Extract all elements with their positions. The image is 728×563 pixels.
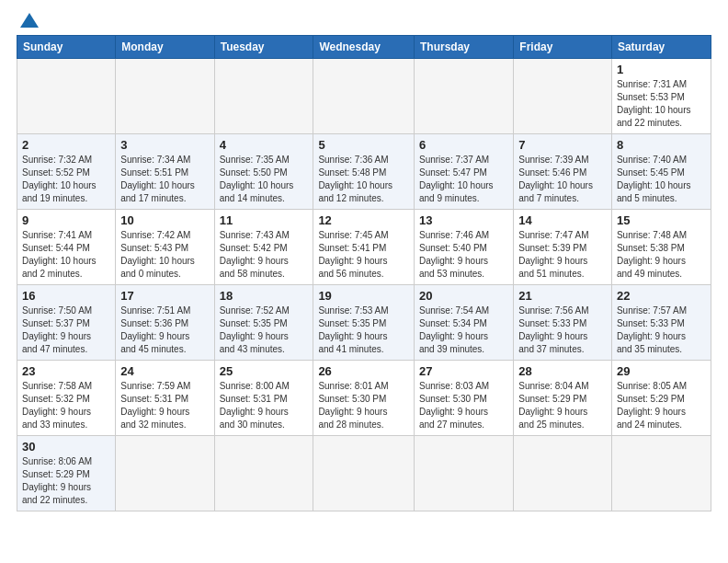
day-info: Sunrise: 8:01 AM Sunset: 5:30 PM Dayligh… bbox=[318, 380, 409, 431]
day-number: 22 bbox=[617, 289, 706, 303]
calendar-cell: 17Sunrise: 7:51 AM Sunset: 5:36 PM Dayli… bbox=[116, 285, 214, 361]
day-info: Sunrise: 7:54 AM Sunset: 5:34 PM Dayligh… bbox=[419, 304, 508, 356]
day-number: 29 bbox=[617, 364, 706, 378]
day-info: Sunrise: 8:06 AM Sunset: 5:29 PM Dayligh… bbox=[22, 455, 110, 507]
calendar-cell bbox=[611, 436, 711, 511]
calendar: SundayMondayTuesdayWednesdayThursdayFrid… bbox=[17, 35, 711, 511]
day-number: 14 bbox=[518, 213, 607, 227]
day-number: 3 bbox=[120, 138, 209, 152]
day-number: 25 bbox=[220, 364, 309, 378]
day-number: 26 bbox=[318, 364, 409, 378]
weekday-header: Monday bbox=[116, 36, 214, 59]
calendar-cell bbox=[514, 436, 612, 511]
calendar-cell: 18Sunrise: 7:52 AM Sunset: 5:35 PM Dayli… bbox=[214, 285, 313, 361]
calendar-cell: 10Sunrise: 7:42 AM Sunset: 5:43 PM Dayli… bbox=[116, 210, 214, 285]
calendar-week-row: 23Sunrise: 7:58 AM Sunset: 5:32 PM Dayli… bbox=[17, 361, 711, 436]
day-info: Sunrise: 7:59 AM Sunset: 5:31 PM Dayligh… bbox=[120, 380, 209, 431]
day-number: 16 bbox=[22, 289, 110, 303]
calendar-cell: 30Sunrise: 8:06 AM Sunset: 5:29 PM Dayli… bbox=[17, 436, 116, 511]
day-info: Sunrise: 7:58 AM Sunset: 5:32 PM Dayligh… bbox=[22, 380, 110, 431]
day-number: 5 bbox=[318, 138, 409, 152]
calendar-week-row: 1Sunrise: 7:31 AM Sunset: 5:53 PM Daylig… bbox=[17, 59, 711, 134]
calendar-cell: 7Sunrise: 7:39 AM Sunset: 5:46 PM Daylig… bbox=[514, 134, 612, 210]
calendar-cell: 25Sunrise: 8:00 AM Sunset: 5:31 PM Dayli… bbox=[214, 361, 313, 436]
calendar-cell bbox=[17, 59, 116, 134]
calendar-cell: 2Sunrise: 7:32 AM Sunset: 5:52 PM Daylig… bbox=[17, 134, 116, 210]
day-info: Sunrise: 7:41 AM Sunset: 5:44 PM Dayligh… bbox=[22, 229, 110, 281]
day-info: Sunrise: 8:03 AM Sunset: 5:30 PM Dayligh… bbox=[419, 380, 508, 431]
day-info: Sunrise: 7:37 AM Sunset: 5:47 PM Dayligh… bbox=[419, 154, 508, 205]
day-info: Sunrise: 7:57 AM Sunset: 5:33 PM Dayligh… bbox=[617, 304, 706, 356]
day-info: Sunrise: 7:43 AM Sunset: 5:42 PM Dayligh… bbox=[220, 229, 309, 281]
calendar-cell bbox=[116, 436, 214, 511]
logo-text bbox=[17, 17, 39, 28]
weekday-header: Sunday bbox=[17, 36, 116, 59]
day-info: Sunrise: 8:04 AM Sunset: 5:29 PM Dayligh… bbox=[518, 380, 607, 431]
day-number: 21 bbox=[518, 289, 607, 303]
day-info: Sunrise: 7:45 AM Sunset: 5:41 PM Dayligh… bbox=[318, 229, 409, 281]
calendar-cell: 6Sunrise: 7:37 AM Sunset: 5:47 PM Daylig… bbox=[414, 134, 513, 210]
calendar-cell: 15Sunrise: 7:48 AM Sunset: 5:38 PM Dayli… bbox=[611, 210, 711, 285]
logo bbox=[17, 17, 39, 28]
day-number: 2 bbox=[22, 138, 110, 152]
day-info: Sunrise: 7:32 AM Sunset: 5:52 PM Dayligh… bbox=[22, 154, 110, 205]
day-number: 20 bbox=[419, 289, 508, 303]
day-number: 24 bbox=[120, 364, 209, 378]
calendar-cell: 28Sunrise: 8:04 AM Sunset: 5:29 PM Dayli… bbox=[514, 361, 612, 436]
day-info: Sunrise: 7:53 AM Sunset: 5:35 PM Dayligh… bbox=[318, 304, 409, 356]
calendar-cell: 21Sunrise: 7:56 AM Sunset: 5:33 PM Dayli… bbox=[514, 285, 612, 361]
day-number: 12 bbox=[318, 213, 409, 227]
calendar-cell: 26Sunrise: 8:01 AM Sunset: 5:30 PM Dayli… bbox=[313, 361, 415, 436]
day-info: Sunrise: 7:51 AM Sunset: 5:36 PM Dayligh… bbox=[120, 304, 209, 356]
day-number: 4 bbox=[220, 138, 309, 152]
calendar-cell: 8Sunrise: 7:40 AM Sunset: 5:45 PM Daylig… bbox=[611, 134, 711, 210]
day-number: 7 bbox=[518, 138, 607, 152]
day-number: 9 bbox=[22, 213, 110, 227]
day-info: Sunrise: 7:52 AM Sunset: 5:35 PM Dayligh… bbox=[220, 304, 309, 356]
calendar-cell: 5Sunrise: 7:36 AM Sunset: 5:48 PM Daylig… bbox=[313, 134, 415, 210]
day-info: Sunrise: 7:34 AM Sunset: 5:51 PM Dayligh… bbox=[120, 154, 209, 205]
day-number: 30 bbox=[22, 440, 110, 454]
day-number: 6 bbox=[419, 138, 508, 152]
calendar-cell bbox=[414, 59, 513, 134]
day-info: Sunrise: 7:42 AM Sunset: 5:43 PM Dayligh… bbox=[120, 229, 209, 281]
calendar-cell: 4Sunrise: 7:35 AM Sunset: 5:50 PM Daylig… bbox=[214, 134, 313, 210]
calendar-week-row: 2Sunrise: 7:32 AM Sunset: 5:52 PM Daylig… bbox=[17, 134, 711, 210]
calendar-cell bbox=[116, 59, 214, 134]
header bbox=[17, 17, 711, 28]
day-info: Sunrise: 7:50 AM Sunset: 5:37 PM Dayligh… bbox=[22, 304, 110, 356]
calendar-cell bbox=[414, 436, 513, 511]
calendar-cell: 1Sunrise: 7:31 AM Sunset: 5:53 PM Daylig… bbox=[611, 59, 711, 134]
day-info: Sunrise: 8:05 AM Sunset: 5:29 PM Dayligh… bbox=[617, 380, 706, 431]
day-number: 15 bbox=[617, 213, 706, 227]
weekday-header: Tuesday bbox=[214, 36, 313, 59]
calendar-cell: 14Sunrise: 7:47 AM Sunset: 5:39 PM Dayli… bbox=[514, 210, 612, 285]
calendar-cell bbox=[214, 59, 313, 134]
page: SundayMondayTuesdayWednesdayThursdayFrid… bbox=[0, 0, 728, 563]
calendar-cell bbox=[514, 59, 612, 134]
day-info: Sunrise: 7:39 AM Sunset: 5:46 PM Dayligh… bbox=[518, 154, 607, 205]
day-info: Sunrise: 7:40 AM Sunset: 5:45 PM Dayligh… bbox=[617, 154, 706, 205]
calendar-header-row: SundayMondayTuesdayWednesdayThursdayFrid… bbox=[17, 36, 711, 59]
day-number: 19 bbox=[318, 289, 409, 303]
calendar-cell: 9Sunrise: 7:41 AM Sunset: 5:44 PM Daylig… bbox=[17, 210, 116, 285]
day-info: Sunrise: 7:31 AM Sunset: 5:53 PM Dayligh… bbox=[617, 78, 706, 130]
day-info: Sunrise: 7:47 AM Sunset: 5:39 PM Dayligh… bbox=[518, 229, 607, 281]
day-number: 18 bbox=[220, 289, 309, 303]
calendar-week-row: 30Sunrise: 8:06 AM Sunset: 5:29 PM Dayli… bbox=[17, 436, 711, 511]
day-info: Sunrise: 7:56 AM Sunset: 5:33 PM Dayligh… bbox=[518, 304, 607, 356]
logo-triangle-icon bbox=[20, 13, 39, 28]
day-number: 10 bbox=[120, 213, 209, 227]
calendar-cell: 27Sunrise: 8:03 AM Sunset: 5:30 PM Dayli… bbox=[414, 361, 513, 436]
day-info: Sunrise: 8:00 AM Sunset: 5:31 PM Dayligh… bbox=[220, 380, 309, 431]
calendar-cell: 29Sunrise: 8:05 AM Sunset: 5:29 PM Dayli… bbox=[611, 361, 711, 436]
calendar-cell: 12Sunrise: 7:45 AM Sunset: 5:41 PM Dayli… bbox=[313, 210, 415, 285]
day-number: 11 bbox=[220, 213, 309, 227]
calendar-cell bbox=[313, 59, 415, 134]
calendar-cell: 19Sunrise: 7:53 AM Sunset: 5:35 PM Dayli… bbox=[313, 285, 415, 361]
day-number: 17 bbox=[120, 289, 209, 303]
day-number: 28 bbox=[518, 364, 607, 378]
day-number: 13 bbox=[419, 213, 508, 227]
day-info: Sunrise: 7:46 AM Sunset: 5:40 PM Dayligh… bbox=[419, 229, 508, 281]
calendar-cell bbox=[313, 436, 415, 511]
